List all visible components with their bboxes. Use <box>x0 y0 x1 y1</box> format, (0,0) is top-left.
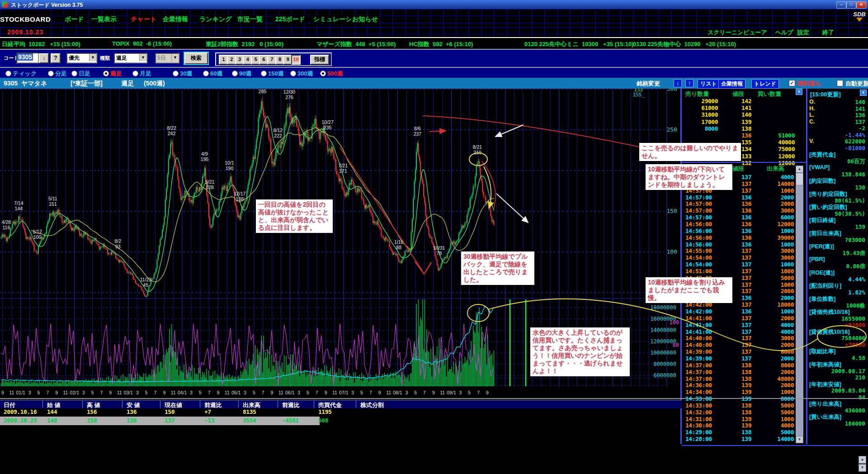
stats-label: [PBR] <box>809 256 825 262</box>
menu-item-市況一覧[interactable]: 市況一覧 <box>236 15 264 24</box>
tape-price: 136 <box>727 221 751 228</box>
svg-text:5: 5 <box>37 390 40 395</box>
annotation-note: 10週移動平均線を割り込みましたがまだここでも我慢。 <box>646 277 732 303</box>
right-menu-終了[interactable]: 終了 <box>821 28 835 37</box>
auto-update-checkbox[interactable] <box>837 80 843 86</box>
tape-volume: 14000 <box>756 436 794 442</box>
radio-150週[interactable] <box>261 71 267 76</box>
svg-text:7/21: 7/21 <box>339 163 348 168</box>
tape-price: 136 <box>727 200 751 207</box>
header-separator <box>356 401 356 408</box>
radio-月足[interactable] <box>132 71 138 76</box>
stats-value: 84 <box>807 394 865 401</box>
close-icon[interactable]: x <box>796 89 802 95</box>
radio-300週[interactable] <box>290 71 296 76</box>
rights-checkbox[interactable]: ✓ <box>789 80 795 86</box>
stats-value: 186000 <box>807 420 865 427</box>
right-menu-ビューア[interactable]: ビューア <box>742 28 768 37</box>
priority-select[interactable]: 優先▼ <box>66 53 97 63</box>
tape-price: 137 <box>727 335 751 341</box>
tape-volume: 2000 <box>756 382 794 389</box>
period-select[interactable]: 週足▼ <box>114 53 147 63</box>
tape-time: 14:41:00 <box>685 322 712 328</box>
tape-header-price: 値段 <box>732 165 744 173</box>
menu-item-お知らせ[interactable]: お知らせ <box>351 15 379 24</box>
close-button[interactable]: ✕ <box>856 1 866 9</box>
tape-time: 14:37:00 <box>685 362 712 369</box>
right-menu-ヘルプ[interactable]: ヘルプ <box>774 28 794 37</box>
info-button-リスト[interactable]: リスト <box>698 79 720 89</box>
stats-value: -1.44% <box>807 132 865 138</box>
ask-price: 142 <box>727 98 751 104</box>
scroll-down-icon[interactable]: ▼ <box>796 436 803 443</box>
code-down-button[interactable]: ↓ <box>39 53 49 63</box>
right-menu-設定[interactable]: 設定 <box>797 28 810 37</box>
table-cell: -13 <box>204 417 214 424</box>
svg-text:4/28: 4/28 <box>2 219 11 225</box>
svg-text:210: 210 <box>473 150 481 155</box>
info-button-↑[interactable]: ↑ <box>685 79 693 87</box>
close-icon[interactable]: x <box>860 90 867 96</box>
radio-label-週足: 週足 <box>110 70 122 78</box>
type-label: 種類 <box>100 55 110 62</box>
window-title-bar: ストックボード Version 3.75 – □ ✕ <box>0 0 868 9</box>
tape-scrollbar[interactable] <box>796 166 803 442</box>
tape-volume: 18000 <box>756 301 794 308</box>
info-button-↓[interactable]: ↓ <box>674 79 682 87</box>
help-button[interactable]: ? <box>51 53 61 63</box>
menu-item-225ボード[interactable]: 225ボード <box>274 15 307 24</box>
header-separator <box>42 401 43 408</box>
menu-item-ランキング[interactable]: ランキング <box>198 15 233 24</box>
tape-time: 14:29:00 <box>685 429 712 436</box>
ask-price: 141 <box>727 104 751 111</box>
info-button-企業情報[interactable]: 企業情報 <box>718 79 745 89</box>
page-button-10[interactable]: 10 <box>291 55 301 65</box>
tape-time: 14:37:00 <box>685 369 712 375</box>
stats-value: 2009.08.17 <box>807 368 865 374</box>
svg-text:11: 11 <box>332 390 337 395</box>
svg-text:11: 11 <box>171 390 176 395</box>
radio-90週[interactable] <box>232 71 238 76</box>
radio-分足[interactable] <box>48 71 54 76</box>
tape-volume: 4000 <box>756 322 794 328</box>
radio-label-分足: 分足 <box>55 70 67 78</box>
menu-item-ボード[interactable]: ボード <box>63 15 85 24</box>
tape-price: 136 <box>727 207 751 214</box>
indicator-button[interactable]: 指標 <box>310 55 329 65</box>
bid-qty: 51000 <box>759 132 795 139</box>
radio-ティック[interactable] <box>5 71 11 76</box>
minimize-button[interactable]: – <box>836 1 846 9</box>
stock-span: (500週) <box>144 80 165 88</box>
svg-text:10000000: 10000000 <box>650 350 676 356</box>
menu-item-チャート[interactable]: チャート <box>129 15 158 24</box>
radio-500週[interactable] <box>320 71 326 76</box>
menu-item-一覧表示[interactable]: 一覧表示 <box>90 15 118 24</box>
scroll-down-icon[interactable]: ▼ <box>859 464 866 472</box>
scroll-up-icon[interactable]: ▲ <box>859 456 866 464</box>
tape-time: 14:51:00 <box>685 268 712 275</box>
menu-item-企業情報[interactable]: 企業情報 <box>161 15 189 24</box>
svg-text:45: 45 <box>143 282 149 288</box>
scroll-up-icon[interactable]: ▲ <box>796 166 803 173</box>
tape-volume: 8000 <box>756 362 794 369</box>
svg-text:7: 7 <box>477 390 480 395</box>
tape-volume: 3000 <box>756 335 794 341</box>
radio-60週[interactable] <box>203 71 209 76</box>
info-button-トレンド[interactable]: トレンド <box>751 79 779 89</box>
tape-time: 14:57:00 <box>685 200 712 207</box>
scrollbar-thumb[interactable] <box>796 173 803 185</box>
code-input[interactable]: 9305 <box>16 52 39 63</box>
radio-週足[interactable] <box>103 71 109 76</box>
tape-price: 136 <box>727 194 751 201</box>
svg-text:237: 237 <box>414 131 422 137</box>
radio-label-30週: 30週 <box>180 70 192 78</box>
tape-price: 138 <box>727 362 751 369</box>
search-button[interactable]: 検索 <box>184 52 208 64</box>
maximize-button[interactable]: □ <box>846 1 856 9</box>
table-cell: 144 <box>47 408 57 415</box>
stats-value: 1.82% <box>807 289 865 296</box>
radio-30週[interactable] <box>173 71 179 76</box>
svg-text:144: 144 <box>15 206 23 211</box>
radio-日足[interactable] <box>71 71 77 76</box>
stats-value: -81000 <box>807 145 865 152</box>
